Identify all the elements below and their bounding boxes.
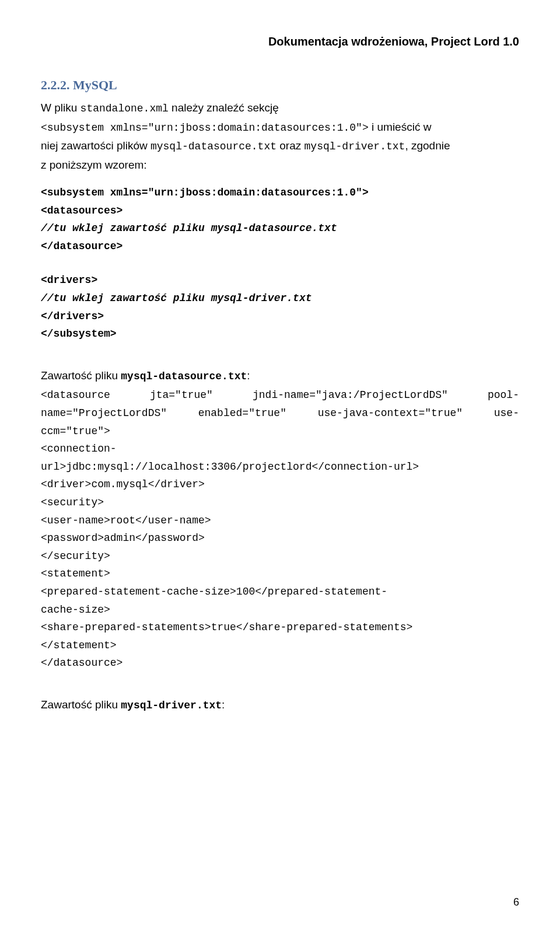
code-line: <share-prepared-statements>true</share-p… [41,619,519,637]
code-line: <statement> [41,565,519,583]
datasource-label: Zawartość pliku mysql-datasource.txt: [41,366,519,386]
text: : [247,369,250,382]
datasource-code-block: <datasource jta="true" jndi-name="java:/… [41,386,519,672]
code-line: <user-name>root</user-name> [41,512,519,530]
code-line: //tu wklej zawartość pliku mysql-datasou… [41,219,519,237]
code-line: <prepared-statement-cache-size>100</prep… [41,583,519,601]
code-line: </datasource> [41,237,519,256]
code-line: </security> [41,547,519,565]
code-line: <connection- [41,440,519,458]
code-line: <datasources> [41,202,519,220]
filename: standalone.xml [80,103,169,114]
code-line: <datasource jta="true" jndi-name="java:/… [41,386,519,404]
code-inline: <subsystem xmlns="urn:jboss:domain:datas… [41,122,369,134]
text: z poniższym wzorem: [41,159,147,171]
text: W pliku [41,102,80,114]
code-line: //tu wklej zawartość pliku mysql-driver.… [41,289,519,307]
text: Zawartość pliku [41,369,121,382]
text: Zawartość pliku [41,698,121,711]
text: niej zawartości plików [41,139,150,152]
text: należy znaleźć sekcję [169,102,279,114]
code-line: <security> [41,494,519,512]
intro-paragraph: W pliku standalone.xml należy znaleźć se… [41,99,519,174]
code-line: ccm="true"> [41,422,519,441]
page-header: Dokumentacja wdrożeniowa, Project Lord 1… [41,35,519,48]
code-line: <drivers> [41,271,519,289]
text: , zgodnie [405,139,450,152]
template-code-block: <subsystem xmlns="urn:jboss:domain:datas… [41,176,519,343]
code-line: <subsystem xmlns="urn:jboss:domain:datas… [41,184,519,202]
document-page: Dokumentacja wdrożeniowa, Project Lord 1… [0,0,560,926]
code-line: <driver>com.mysql</driver> [41,476,519,494]
filename-bold: mysql-driver.txt [121,700,222,711]
page-number: 6 [513,896,519,908]
driver-label: Zawartość pliku mysql-driver.txt: [41,696,519,715]
filename-bold: mysql-datasource.txt [121,371,247,382]
comment: //tu wklej zawartość pliku [41,292,211,304]
code-line: cache-size> [41,601,519,619]
section-heading: 2.2.2. MySQL [41,78,519,93]
text: : [222,698,225,711]
text: oraz [276,139,304,152]
text: i umieścić w [369,121,432,133]
code-line: name="ProjectLordDS" enabled="true" use-… [41,404,519,422]
code-line: </statement> [41,637,519,655]
filename-italic: mysql-driver.txt [211,292,312,304]
code-line: </drivers> [41,307,519,326]
code-line: </subsystem> [41,325,519,343]
code-line: <password>admin</password> [41,529,519,547]
code-line: </datasource> [41,654,519,672]
filename: mysql-datasource.txt [150,141,276,152]
section-number: 2.2.2. [41,78,70,92]
filename: mysql-driver.txt [304,141,405,152]
section-name: MySQL [73,78,117,92]
comment: //tu wklej zawartość pliku [41,222,211,234]
filename-italic: mysql-datasource.txt [211,222,337,234]
code-line: url>jdbc:mysql://localhost:3306/projectl… [41,458,519,476]
